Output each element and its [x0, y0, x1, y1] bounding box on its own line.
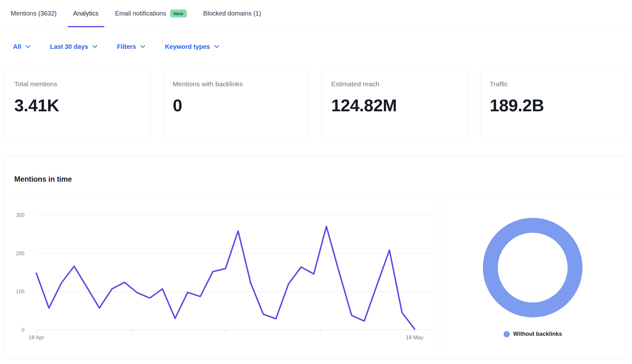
stat-label: Estimated reach [331, 80, 458, 88]
legend-label: Without backlinks [513, 331, 562, 337]
svg-text:0: 0 [22, 327, 24, 333]
filter-date-range-label: Last 30 days [50, 43, 88, 50]
chevron-down-icon [25, 45, 30, 48]
panel-header: Mentions in time [5, 156, 625, 197]
filter-keyword-types-dropdown[interactable]: Keyword types [165, 43, 219, 50]
stat-cards-row: Total mentions 3.41K Mentions with backl… [4, 66, 626, 140]
tab-blocked-domains-label: Blocked domains (1) [203, 10, 261, 17]
stat-label: Mentions with backlinks [173, 80, 299, 88]
line-chart-section: 010020030018 Apr18 May [5, 197, 440, 359]
stat-label: Traffic [490, 80, 616, 88]
tab-email-notifications-label: Email notifications [115, 10, 166, 17]
svg-text:300: 300 [16, 212, 24, 218]
stat-value: 124.82M [331, 95, 458, 115]
tab-email-notifications[interactable]: Email notifications New [115, 0, 187, 27]
stat-value: 189.2B [490, 95, 616, 115]
panel-body: 010020030018 Apr18 May Without backlinks [5, 197, 625, 359]
new-badge: New [170, 10, 187, 17]
svg-text:18 May: 18 May [406, 335, 424, 341]
tab-analytics[interactable]: Analytics [73, 0, 99, 27]
stat-card-mentions-with-backlinks: Mentions with backlinks 0 [163, 66, 309, 140]
legend-item-without-backlinks[interactable]: Without backlinks [504, 331, 562, 337]
tab-blocked-domains[interactable]: Blocked domains (1) [203, 0, 261, 27]
svg-text:100: 100 [16, 289, 24, 294]
stat-card-estimated-reach: Estimated reach 124.82M [321, 66, 467, 140]
filter-all-dropdown[interactable]: All [13, 43, 30, 50]
stat-card-traffic: Traffic 189.2B [480, 66, 626, 140]
tab-mentions[interactable]: Mentions (3632) [11, 0, 57, 27]
chevron-down-icon [140, 45, 145, 48]
stat-value: 3.41K [14, 95, 141, 115]
stat-label: Total mentions [14, 80, 141, 88]
page-title: Mentions in time [14, 175, 72, 184]
filter-bar: All Last 30 days Filters Keyword types [0, 27, 632, 66]
filter-filters-dropdown[interactable]: Filters [117, 43, 145, 50]
svg-text:200: 200 [16, 251, 24, 256]
chevron-down-icon [92, 45, 97, 48]
active-tab-underline [68, 26, 104, 27]
backlinks-donut-chart [483, 218, 583, 317]
stat-value: 0 [173, 95, 299, 115]
mentions-in-time-panel: Mentions in time 010020030018 Apr18 May … [4, 156, 626, 359]
tab-bar: Mentions (3632) Analytics Email notifica… [0, 0, 632, 27]
tab-mentions-label: Mentions (3632) [11, 10, 57, 17]
filter-date-range-dropdown[interactable]: Last 30 days [50, 43, 97, 50]
filter-filters-label: Filters [117, 43, 136, 50]
filter-all-label: All [13, 43, 21, 50]
tab-analytics-label: Analytics [73, 10, 99, 17]
mentions-line-chart: 010020030018 Apr18 May [5, 197, 440, 359]
svg-text:18 Apr: 18 Apr [29, 335, 44, 341]
stat-card-total-mentions: Total mentions 3.41K [4, 66, 150, 140]
legend-dot-icon [504, 331, 510, 337]
filter-keyword-types-label: Keyword types [165, 43, 210, 50]
chevron-down-icon [214, 45, 219, 48]
donut-chart-section: Without backlinks [440, 197, 625, 359]
